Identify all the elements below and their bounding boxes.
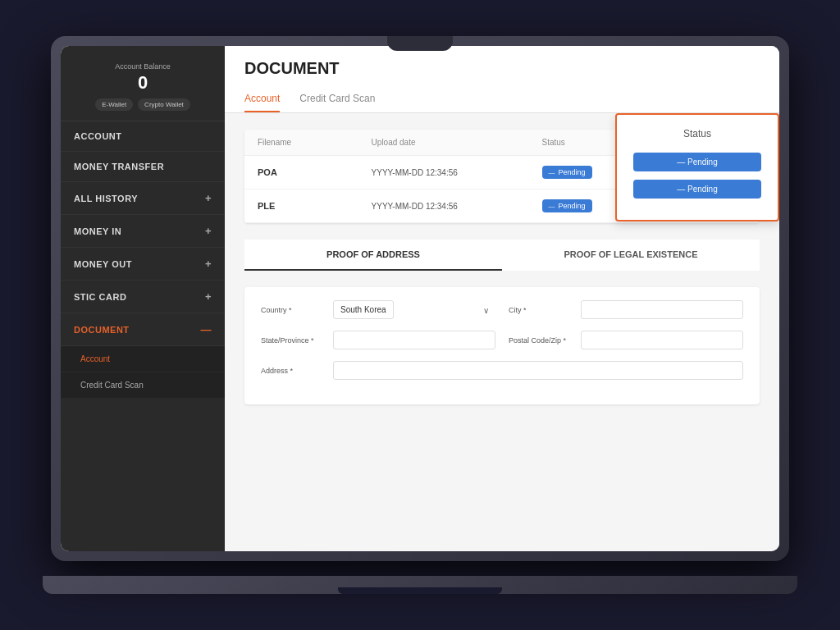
- proof-tabs: PROOF OF ADDRESS PROOF OF LEGAL EXISTENC…: [244, 240, 760, 271]
- form-group-state: State/Province *: [261, 331, 495, 349]
- row-1-filename: POA: [258, 167, 372, 177]
- col-header-upload-date: Upload date: [372, 138, 542, 147]
- all-history-expand-icon: +: [205, 192, 212, 204]
- country-select-wrapper[interactable]: South Korea: [333, 300, 495, 319]
- row-1-status-badge: Pending: [542, 166, 592, 179]
- sidebar: Account Balance 0 E-Wallet Crypto Wallet…: [61, 46, 225, 551]
- main-content: DOCUMENT Account Credit Card Scan Filena…: [225, 46, 779, 551]
- sidebar-item-account[interactable]: ACCOUNT: [61, 121, 225, 152]
- form-row-state-postal: State/Province * Postal Code/Zip *: [261, 331, 743, 349]
- tab-account[interactable]: Account: [244, 88, 280, 112]
- address-label: Address *: [261, 367, 326, 375]
- proof-tab-legal[interactable]: PROOF OF LEGAL EXISTENCE: [502, 240, 760, 271]
- country-label: Country *: [261, 306, 326, 314]
- document-collapse-icon: —: [201, 323, 212, 336]
- wallet-buttons: E-Wallet Crypto Wallet: [71, 98, 215, 111]
- e-wallet-button[interactable]: E-Wallet: [95, 98, 133, 111]
- state-label: State/Province *: [261, 336, 326, 345]
- proof-tab-address[interactable]: PROOF OF ADDRESS: [244, 240, 502, 271]
- city-label: City *: [509, 306, 574, 314]
- form-row-address: Address *: [261, 361, 743, 380]
- laptop-wrapper: Account Balance 0 E-Wallet Crypto Wallet…: [51, 36, 789, 594]
- city-input[interactable]: [581, 300, 743, 319]
- content-area: Filename Upload date Status View file PO…: [225, 113, 779, 551]
- form-group-postal: Postal Code/Zip *: [509, 331, 743, 349]
- crypto-wallet-button[interactable]: Crypto Wallet: [138, 98, 190, 111]
- sidebar-item-document[interactable]: DOCUMENT —: [61, 313, 225, 346]
- tab-credit-card-scan[interactable]: Credit Card Scan: [299, 88, 375, 112]
- address-input[interactable]: [333, 361, 743, 380]
- proof-of-address-form: Country * South Korea City *: [244, 287, 760, 404]
- postal-input[interactable]: [581, 331, 743, 349]
- tab-bar: Account Credit Card Scan: [244, 88, 760, 112]
- laptop-body: Account Balance 0 E-Wallet Crypto Wallet…: [51, 36, 789, 561]
- col-header-filename: Filename: [258, 138, 372, 147]
- sub-nav-document: Account Credit Card Scan: [61, 346, 225, 399]
- page-header: DOCUMENT Account Credit Card Scan: [225, 46, 779, 113]
- sub-nav-item-account[interactable]: Account: [61, 346, 225, 372]
- status-popup: Status Pending Pending: [615, 113, 779, 221]
- money-out-expand-icon: +: [205, 258, 212, 270]
- sidebar-item-money-out[interactable]: MONEY OUT +: [61, 248, 225, 281]
- row-1-date: YYYY-MM-DD 12:34:56: [372, 168, 542, 177]
- balance-label: Account Balance: [71, 62, 215, 71]
- stic-card-expand-icon: +: [205, 290, 212, 303]
- laptop-base: [43, 576, 797, 594]
- row-2-date: YYYY-MM-DD 12:34:56: [372, 202, 542, 211]
- form-group-country: Country * South Korea: [261, 300, 495, 319]
- row-2-status-badge: Pending: [542, 199, 592, 212]
- sidebar-item-stic-card[interactable]: STIC CARD +: [61, 281, 225, 313]
- sub-nav-item-credit-card-scan[interactable]: Credit Card Scan: [61, 372, 225, 399]
- row-2-filename: PLE: [258, 201, 372, 211]
- status-popup-badge-2: Pending: [633, 180, 761, 199]
- form-group-city: City *: [509, 300, 743, 319]
- money-in-expand-icon: +: [205, 225, 212, 237]
- balance-value: 0: [71, 72, 215, 94]
- state-input[interactable]: [333, 331, 495, 349]
- postal-label: Postal Code/Zip *: [509, 336, 574, 345]
- laptop-notch: [387, 36, 453, 51]
- page-title: DOCUMENT: [244, 59, 760, 78]
- sidebar-item-all-history[interactable]: ALL HISTORY +: [61, 182, 225, 215]
- account-balance-section: Account Balance 0 E-Wallet Crypto Wallet: [61, 56, 225, 121]
- status-popup-badge-1: Pending: [633, 153, 761, 171]
- country-select[interactable]: South Korea: [333, 300, 394, 319]
- form-group-address: Address *: [261, 361, 743, 380]
- status-popup-title: Status: [633, 128, 761, 139]
- sidebar-item-money-in[interactable]: MONEY IN +: [61, 215, 225, 248]
- sidebar-item-money-transfer[interactable]: MONEY TRANSFER: [61, 152, 225, 182]
- laptop-screen: Account Balance 0 E-Wallet Crypto Wallet…: [61, 46, 779, 551]
- form-row-country-city: Country * South Korea City *: [261, 300, 743, 319]
- nav-items: ACCOUNT MONEY TRANSFER ALL HISTORY + MON…: [61, 121, 225, 551]
